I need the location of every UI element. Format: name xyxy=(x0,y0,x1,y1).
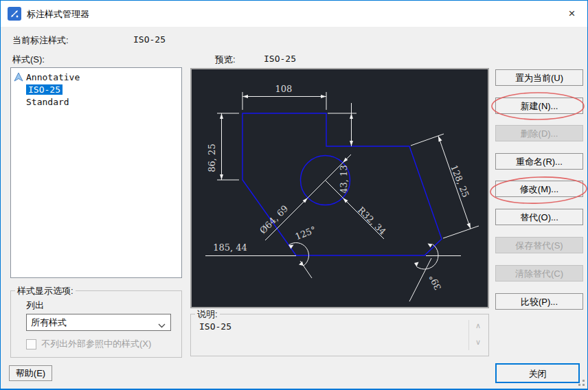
list-item-standard[interactable]: Standard xyxy=(11,96,181,108)
close-icon[interactable]: × xyxy=(556,1,587,26)
xref-checkbox xyxy=(26,339,36,349)
current-style-value: ISO-25 xyxy=(133,34,166,45)
display-options-label: 样式显示选项: xyxy=(15,285,76,297)
help-button[interactable]: 帮助(E) xyxy=(9,365,52,381)
styles-label: 样式(S): xyxy=(12,54,45,66)
list-item-label: Standard xyxy=(26,97,69,107)
current-style-label: 当前标注样式: xyxy=(12,34,69,47)
preview-label: 预览: xyxy=(215,54,236,66)
dim-radius: R32, 34 xyxy=(356,205,388,237)
modify-button[interactable]: 修改(M)... xyxy=(495,181,583,197)
compare-button[interactable]: 比较(P)... xyxy=(495,293,583,310)
dimension-lines xyxy=(205,92,479,301)
window-title: 标注样式管理器 xyxy=(27,8,89,21)
preview-canvas: 108 86, 25 43, 13 128, 25 Ø64, 69 R32, 3… xyxy=(192,69,488,307)
resize-grip[interactable] xyxy=(576,378,586,387)
list-item-annotative[interactable]: Annotative xyxy=(11,71,181,84)
chevron-down-icon xyxy=(158,320,166,330)
rename-button[interactable]: 重命名(R)... xyxy=(495,153,583,170)
dim-angle-left: 125° xyxy=(293,225,317,242)
list-filter-label: 列出 xyxy=(26,299,44,312)
new-button[interactable]: 新建(N)... xyxy=(495,98,583,114)
style-filter-dropdown[interactable]: 所有样式 xyxy=(26,314,171,331)
style-list: Annotative ISO-25 Standard xyxy=(10,67,182,278)
override-button[interactable]: 替代(O)... xyxy=(495,209,583,225)
dimension-style-manager-dialog: 标注样式管理器 × 当前标注样式: ISO-25 样式(S): 预览: ISO-… xyxy=(0,0,588,390)
style-filter-value: 所有样式 xyxy=(31,317,67,329)
description-group-label: 说明: xyxy=(195,308,220,321)
dim-left-height: 86, 25 xyxy=(207,144,217,172)
set-current-button[interactable]: 置为当前(U) xyxy=(495,69,583,86)
clear-override-button: 清除替代(C) xyxy=(495,265,583,282)
titlebar: 标注样式管理器 × xyxy=(1,1,587,27)
dim-bottom-left: 185, 44 xyxy=(213,242,247,253)
preview-panel: 108 86, 25 43, 13 128, 25 Ø64, 69 R32, 3… xyxy=(190,68,489,308)
preview-style-value: ISO-25 xyxy=(264,54,296,64)
delete-button: 删除(D)... xyxy=(495,125,583,141)
list-item-label: Annotative xyxy=(26,72,80,82)
save-override-button: 保存替代(S) xyxy=(495,237,583,253)
dim-top-width: 108 xyxy=(275,84,293,94)
dim-angle-right: 39° xyxy=(427,273,443,292)
xref-checkbox-label: 不列出外部参照中的样式(X) xyxy=(41,338,151,350)
description-scroll-divider xyxy=(468,320,469,350)
dim-right-length: 128, 25 xyxy=(449,163,471,199)
scroll-down-icon[interactable]: ∨ xyxy=(473,338,484,347)
dimension-style-icon xyxy=(8,7,21,21)
dim-notch-height: 43, 13 xyxy=(339,165,349,193)
description-group: 说明: ISO-25 ∧ ∨ xyxy=(190,314,489,356)
scroll-up-icon[interactable]: ∧ xyxy=(473,321,484,330)
description-text: ISO-25 xyxy=(199,321,231,332)
display-options-group: 样式显示选项: 列出 所有样式 不列出外部参照中的样式(X) xyxy=(10,290,182,358)
list-item-iso-25-selected[interactable]: ISO-25 xyxy=(11,84,181,96)
close-dialog-button[interactable]: 关闭 xyxy=(495,363,580,383)
list-item-label: ISO-25 xyxy=(26,84,63,95)
xref-checkbox-row: 不列出外部参照中的样式(X) xyxy=(26,338,151,350)
